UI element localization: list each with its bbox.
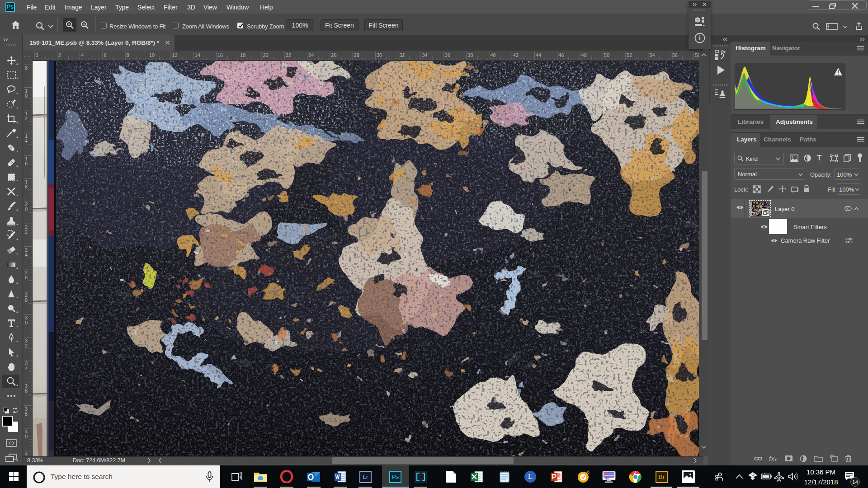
svg-text:0: 0 — [25, 93, 28, 99]
svg-text:8: 8 — [25, 411, 28, 417]
svg-text:34: 34 — [422, 52, 428, 58]
svg-text:48: 48 — [581, 52, 587, 58]
svg-text:0: 0 — [25, 320, 28, 325]
svg-text:26: 26 — [331, 52, 336, 58]
svg-text:2: 2 — [25, 116, 28, 121]
svg-text:28: 28 — [354, 52, 359, 58]
svg-text:40: 40 — [490, 52, 495, 58]
svg-text:22: 22 — [286, 52, 291, 58]
svg-text:8: 8 — [127, 52, 129, 58]
svg-text:14: 14 — [195, 52, 200, 58]
svg-text:42: 42 — [513, 52, 519, 58]
svg-text:24: 24 — [308, 52, 314, 58]
svg-text:56: 56 — [672, 52, 678, 58]
svg-text:8: 8 — [25, 65, 28, 70]
svg-text:6: 6 — [104, 52, 106, 58]
svg-text:46: 46 — [558, 52, 564, 58]
svg-text:0: 0 — [25, 434, 28, 439]
svg-text:20: 20 — [263, 52, 268, 58]
svg-text:0: 0 — [36, 52, 38, 58]
svg-text:44: 44 — [536, 52, 541, 58]
svg-text:2: 2 — [58, 52, 61, 58]
svg-text:8: 8 — [25, 297, 28, 303]
svg-text:52: 52 — [627, 52, 632, 58]
svg-text:12: 12 — [172, 52, 177, 58]
svg-text:NEC: NEC — [605, 478, 610, 480]
svg-text:30: 30 — [377, 52, 382, 58]
svg-text:4: 4 — [25, 252, 28, 258]
svg-text:16: 16 — [217, 52, 223, 58]
svg-text:2: 2 — [25, 343, 28, 348]
svg-text:50: 50 — [604, 52, 609, 58]
svg-text:32: 32 — [399, 52, 405, 58]
svg-text:6: 6 — [25, 388, 28, 394]
svg-text:2: 2 — [25, 229, 28, 235]
svg-text:36: 36 — [445, 52, 450, 58]
svg-text:10: 10 — [149, 52, 155, 58]
svg-text:4: 4 — [25, 451, 28, 456]
svg-text:4: 4 — [81, 52, 84, 58]
svg-text:18: 18 — [240, 52, 245, 58]
svg-text:6: 6 — [25, 161, 28, 166]
svg-text:8: 8 — [25, 184, 28, 189]
svg-text:4: 4 — [25, 138, 28, 144]
svg-text:54: 54 — [649, 52, 655, 58]
svg-text:6: 6 — [25, 275, 28, 280]
svg-text:38: 38 — [467, 52, 473, 58]
svg-text:0: 0 — [25, 206, 28, 212]
svg-text:4: 4 — [25, 366, 28, 371]
